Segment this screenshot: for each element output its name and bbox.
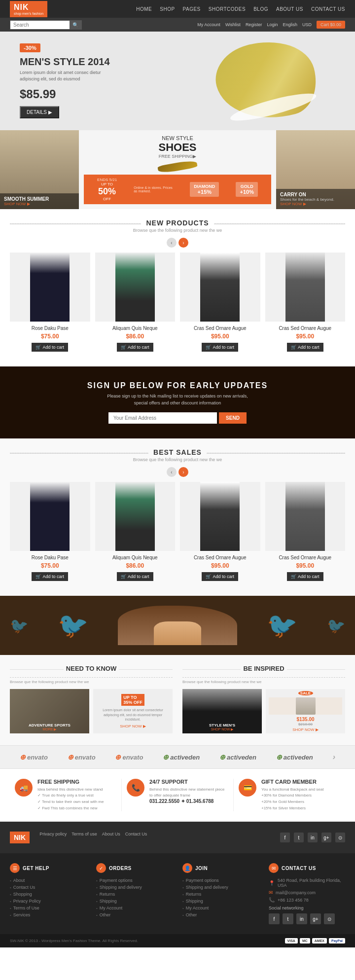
footer-join-shipping2[interactable]: Shipping: [182, 899, 259, 904]
footer-help-services[interactable]: Services: [10, 912, 86, 917]
feature-giftcard-content: GIFT CARD MEMBER You a functional Backpa…: [261, 779, 323, 811]
footer-orders-shipping[interactable]: Shipping and delivery: [96, 885, 173, 890]
footer-orders-links: Payment options Shipping and delivery Re…: [96, 878, 173, 917]
bi-style-link[interactable]: SHOP NOW ▶: [211, 727, 234, 731]
footer-orders-shipping2[interactable]: Shipping: [96, 899, 173, 904]
bs-next-arrow[interactable]: ›: [178, 467, 188, 477]
contact-fb[interactable]: f: [269, 913, 280, 924]
banner-carry-link[interactable]: SHOP NOW ▶: [280, 202, 351, 206]
signup-send-button[interactable]: SEND: [219, 412, 247, 424]
nav-shortcodes[interactable]: SHORTCODES: [209, 6, 246, 12]
feature-giftcard-title: GIFT CARD MEMBER: [261, 779, 323, 785]
footer-join-returns[interactable]: Returns: [182, 892, 259, 897]
footer-help-privacy[interactable]: Privacy Policy: [10, 899, 86, 904]
brand-activeden-2[interactable]: ⊕activeden: [219, 753, 256, 761]
payment-mc: MC: [300, 938, 310, 944]
bi-sale-link[interactable]: SHOP NOW ▶: [292, 727, 319, 732]
brand-activeden-1[interactable]: ⊕activeden: [163, 753, 200, 761]
bs-prev-arrow[interactable]: ‹: [167, 467, 177, 477]
brand-envato-3[interactable]: ⊕envato: [115, 753, 143, 761]
product-4: Cras Sed Ornare Augue $95.00 🛒 Add to ca…: [265, 253, 346, 352]
currency-selector[interactable]: USD: [302, 22, 312, 27]
brand-activeden-3[interactable]: ⊕activeden: [276, 753, 313, 761]
footer-join-title: JOIN: [195, 866, 208, 871]
social-googleplus[interactable]: g+: [321, 833, 331, 842]
wishlist-link[interactable]: Wishlist: [225, 22, 241, 27]
hero-details-button[interactable]: DETAILS ▶: [20, 106, 59, 118]
product-2-add-cart[interactable]: 🛒 Add to cart: [117, 343, 153, 352]
footer-privacy[interactable]: Privacy policy: [39, 832, 67, 843]
payment-paypal: PayPal: [329, 938, 345, 944]
banner-summer-link[interactable]: SHOP NOW ▶: [4, 202, 75, 206]
social-pinterest[interactable]: ⊙: [335, 833, 345, 842]
social-twitter[interactable]: t: [294, 833, 304, 842]
login-link[interactable]: Login: [267, 22, 278, 27]
search-button[interactable]: 🔍: [70, 21, 81, 29]
search-input[interactable]: [10, 21, 70, 29]
footer-terms[interactable]: Terms of use: [71, 832, 97, 843]
product-4-add-cart[interactable]: 🛒 Add to cart: [287, 343, 323, 352]
promo-text: ENDS 5/21 UP TO 50% OFF: [97, 178, 117, 201]
nav-pages[interactable]: PAGES: [183, 6, 201, 12]
footer-join-other[interactable]: Other: [182, 912, 259, 917]
contact-tw[interactable]: t: [283, 913, 293, 924]
footer-contact[interactable]: Contact Us: [125, 832, 147, 843]
product-2-image: [95, 253, 176, 322]
footer-help-about[interactable]: About: [10, 878, 86, 883]
footer-about[interactable]: About Us: [102, 832, 120, 843]
nav-home[interactable]: HOME: [136, 6, 152, 12]
bs-product-2-add-cart[interactable]: 🛒 Add to cart: [117, 572, 153, 581]
contact-li[interactable]: in: [296, 913, 307, 924]
next-arrow[interactable]: ›: [178, 238, 188, 248]
bs-product-4-add-cart[interactable]: 🛒 Add to cart: [287, 572, 323, 581]
product-3-add-cart[interactable]: 🛒 Add to cart: [202, 343, 238, 352]
social-linkedin[interactable]: in: [308, 833, 318, 842]
payment-icons: VISA MC AMEX PayPal: [285, 938, 345, 944]
payment-amex: AMEX: [312, 938, 327, 944]
contact-pi[interactable]: ⊙: [324, 913, 335, 924]
bs-product-3-name: Cras Sed Ornare Augue: [180, 555, 260, 560]
product-1-add-cart[interactable]: 🛒 Add to cart: [32, 343, 68, 352]
language-selector[interactable]: English: [283, 22, 297, 27]
brand-nav-prev[interactable]: ›: [333, 753, 335, 762]
brand-envato-2[interactable]: ⊕envato: [68, 753, 96, 761]
nav-shop[interactable]: SHOP: [160, 6, 175, 12]
footer-help-shopping[interactable]: Shopping: [10, 892, 86, 897]
footer-join-account[interactable]: My Account: [182, 906, 259, 910]
brand-envato-1[interactable]: ⊕envato: [20, 753, 48, 761]
register-link[interactable]: Register: [246, 22, 262, 27]
footer-orders-account[interactable]: My Account: [96, 906, 173, 910]
my-account-link[interactable]: My Account: [197, 22, 220, 27]
prev-arrow[interactable]: ‹: [167, 238, 177, 248]
footer-contact-phone: 📞 +86 123 456 78: [269, 897, 345, 903]
footer-orders-payment[interactable]: Payment options: [96, 878, 173, 883]
new-products-title: NEW PRODUCTS: [141, 219, 213, 227]
bs-product-4: Cras Sed Ornare Augue $95.00 🛒 Add to ca…: [265, 482, 346, 581]
footer-help-terms[interactable]: Terms of Use: [10, 906, 86, 910]
ntk-adventure-link[interactable]: MORE ▶: [43, 727, 57, 731]
nav-about[interactable]: ABOUT US: [276, 6, 303, 12]
nav-blog[interactable]: BLOG: [253, 6, 268, 12]
banner-carry-title: CARRY ON: [280, 192, 351, 197]
feature-shipping-list: ✓ True do finely only a true vest ✓ Tend…: [37, 793, 104, 811]
bs-product-1-add-cart[interactable]: 🛒 Add to cart: [32, 572, 68, 581]
footer-help-contact[interactable]: Contact Us: [10, 885, 86, 890]
signup-email-input[interactable]: [108, 412, 217, 424]
footer-orders-other[interactable]: Other: [96, 912, 173, 917]
promo-bar: ENDS 5/21 UP TO 50% OFF Online & in stor…: [84, 175, 271, 204]
cart-button[interactable]: Cart $0.00: [317, 21, 345, 29]
footer-join-shipping[interactable]: Shipping and delivery: [182, 885, 259, 890]
bs-product-3-add-cart[interactable]: 🛒 Add to cart: [202, 572, 238, 581]
product-3: Cras Sed Ornare Augue $95.00 🛒 Add to ca…: [180, 253, 260, 352]
logo-tagline: shop men's fashion: [14, 12, 43, 15]
bi-sale-price: $135.00: [296, 717, 314, 722]
nav-contact[interactable]: CONTACT US: [311, 6, 345, 12]
footer-join-payment[interactable]: Payment options: [182, 878, 259, 883]
ntk-promo-link[interactable]: SHOP NOW ▶: [120, 724, 146, 728]
social-facebook[interactable]: f: [280, 833, 290, 842]
signup-subtitle: Please sign up to the Nik mailing list t…: [104, 393, 251, 406]
contact-gp[interactable]: g+: [310, 913, 321, 924]
logo[interactable]: NIK shop men's fashion: [10, 1, 47, 17]
footer-orders-returns[interactable]: Returns: [96, 892, 173, 897]
footer-logo[interactable]: NIK: [10, 832, 30, 843]
